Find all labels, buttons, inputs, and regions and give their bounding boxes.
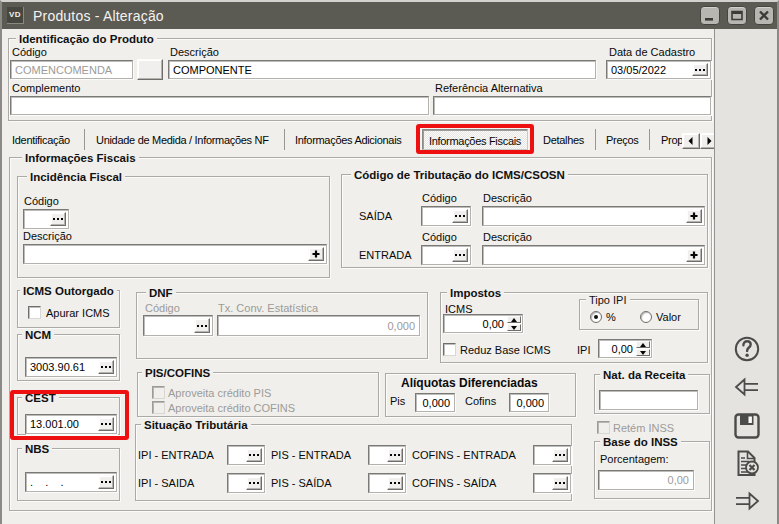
group-title: Situação Tributária	[141, 419, 251, 431]
group-title: DNF	[146, 287, 176, 299]
minimize-button[interactable]	[700, 6, 720, 25]
dnf-codigo-lookup-button[interactable]	[194, 318, 210, 333]
cofins-entrada-field[interactable]	[533, 445, 571, 465]
descricao-field[interactable]: COMPONENTE	[168, 60, 596, 79]
arrow-left-icon	[683, 134, 699, 148]
ipi-entrada-field[interactable]	[227, 445, 265, 465]
trib-entrada-descricao-add-button[interactable]	[686, 248, 702, 262]
trib-saida-codigo-lookup-button[interactable]	[452, 209, 468, 223]
tab-identificacao[interactable]: Identificação	[12, 134, 70, 146]
retem-inss-checkbox[interactable]	[597, 421, 610, 434]
tab-scroll-left-button[interactable]	[682, 133, 700, 149]
ipi-entrada-label: IPI - ENTRADA	[138, 450, 214, 461]
icms-value: 0,00	[448, 315, 504, 332]
maximize-button[interactable]	[727, 6, 747, 25]
referencia-alternativa-field[interactable]	[433, 96, 711, 115]
ipi-spinner[interactable]	[636, 341, 650, 356]
ipi-entrada-lookup-button[interactable]	[246, 448, 262, 462]
ipi-saida-field[interactable]	[227, 473, 265, 493]
incidencia-codigo-lookup-button[interactable]	[50, 212, 66, 226]
retem-inss-label: Retém INSS	[613, 423, 674, 434]
referencia-alternativa-value	[438, 97, 706, 114]
back-button[interactable]	[732, 373, 762, 403]
pis-saida-lookup-button[interactable]	[387, 476, 403, 490]
tipo-ipi-percent-radio[interactable]	[590, 311, 602, 323]
tipo-ipi-valor-radio[interactable]	[640, 311, 652, 323]
tab-separator	[84, 129, 85, 150]
aliquotas-cofins-value: 0,000	[514, 394, 544, 411]
trib-saida-descricao-field[interactable]	[482, 206, 705, 226]
icms-field[interactable]: 0,00	[443, 314, 523, 333]
cancel-document-button[interactable]	[732, 449, 762, 479]
nat-receita-field[interactable]	[599, 390, 698, 410]
ipi-saida-lookup-button[interactable]	[246, 476, 262, 490]
aproveita-credito-pis-checkbox[interactable]	[152, 386, 165, 399]
spinner-down-icon[interactable]	[636, 349, 650, 356]
data-cadastro-picker-button[interactable]	[692, 63, 708, 76]
aliquotas-pis-value: 0,000	[420, 394, 450, 411]
aliquotas-pis-field[interactable]: 0,000	[415, 393, 455, 412]
ncm-field[interactable]: 3003.90.61	[25, 357, 117, 377]
spinner-down-icon[interactable]	[507, 324, 521, 331]
pis-entrada-field[interactable]	[368, 445, 406, 465]
trib-entrada-label: ENTRADA	[359, 250, 412, 261]
close-icon	[755, 7, 773, 24]
help-button[interactable]	[732, 334, 762, 364]
incidencia-descricao-add-button[interactable]	[308, 247, 324, 261]
reduz-base-icms-checkbox[interactable]	[443, 343, 456, 356]
aproveita-credito-cofins-label: Aproveita crédito COFINS	[168, 403, 295, 414]
aproveita-credito-cofins-checkbox[interactable]	[152, 401, 165, 414]
pis-saida-field[interactable]	[368, 473, 406, 493]
icms-spinner[interactable]	[507, 316, 521, 331]
aliquotas-cofins-field[interactable]: 0,000	[509, 393, 549, 412]
data-cadastro-field[interactable]: 03/05/2022	[606, 60, 711, 79]
tab-detalhes[interactable]: Detalhes	[543, 134, 584, 146]
codigo-label: Código	[12, 47, 47, 58]
apurar-icms-checkbox[interactable]	[28, 306, 41, 319]
spinner-up-icon[interactable]	[507, 316, 521, 323]
codigo-field[interactable]: COMENCOMENDA	[10, 60, 133, 79]
ellipsis-icon	[53, 218, 63, 220]
dnf-codigo-field[interactable]	[143, 315, 213, 336]
trib-entrada-codigo-lookup-button[interactable]	[452, 248, 468, 262]
save-button[interactable]	[732, 411, 762, 441]
codigo-lookup-button[interactable]	[137, 59, 163, 80]
group-title: Impostos	[447, 287, 504, 299]
ipi-field[interactable]: 0,00	[598, 339, 652, 358]
ellipsis-icon	[101, 423, 111, 425]
ipi-value: 0,00	[603, 340, 633, 357]
pis-entrada-lookup-button[interactable]	[387, 448, 403, 462]
tab-informacoes-adicionais[interactable]: Informações Adicionais	[295, 134, 402, 146]
cest-field[interactable]: 13.001.00	[25, 414, 117, 434]
forward-button[interactable]	[732, 487, 762, 517]
tab-unidade-medida[interactable]: Unidade de Medida / Informações NF	[96, 134, 269, 146]
spinner-up-icon[interactable]	[636, 341, 650, 348]
tab-informacoes-fiscais[interactable]: Informações Fiscais	[422, 129, 528, 150]
incidencia-codigo-field[interactable]	[23, 209, 69, 229]
trib-saida-codigo-field[interactable]	[421, 206, 471, 226]
porcentagem-field[interactable]: 0,00	[598, 470, 694, 490]
ellipsis-icon	[249, 454, 259, 456]
nbs-field[interactable]: . . .	[25, 472, 117, 492]
trib-entrada-descricao-value	[487, 246, 700, 264]
cofins-saida-lookup-button[interactable]	[552, 476, 568, 490]
dnf-tx-conv-field[interactable]: 0,000	[217, 315, 420, 336]
help-icon	[732, 334, 762, 364]
group-title: Incidência Fiscal	[27, 171, 125, 183]
trib-entrada-descricao-field[interactable]	[482, 245, 705, 265]
trib-entrada-codigo-field[interactable]	[421, 245, 471, 265]
group-title: Nat. da Receita	[600, 369, 688, 381]
nbs-lookup-button[interactable]	[98, 475, 114, 489]
cofins-entrada-lookup-button[interactable]	[552, 448, 568, 462]
trib-saida-descricao-add-button[interactable]	[686, 209, 702, 223]
complemento-field[interactable]	[10, 96, 429, 115]
close-button[interactable]	[754, 6, 774, 25]
tab-precos[interactable]: Preços	[606, 134, 638, 146]
cest-lookup-button[interactable]	[98, 417, 114, 431]
group-title: Informações Fiscais	[22, 152, 139, 164]
ncm-lookup-button[interactable]	[98, 360, 114, 374]
cofins-saida-field[interactable]	[533, 473, 571, 493]
incidencia-descricao-field[interactable]	[23, 244, 327, 264]
tab-propriedades[interactable]: Prop	[661, 134, 683, 146]
porcentagem-label: Porcentagem:	[600, 454, 668, 465]
